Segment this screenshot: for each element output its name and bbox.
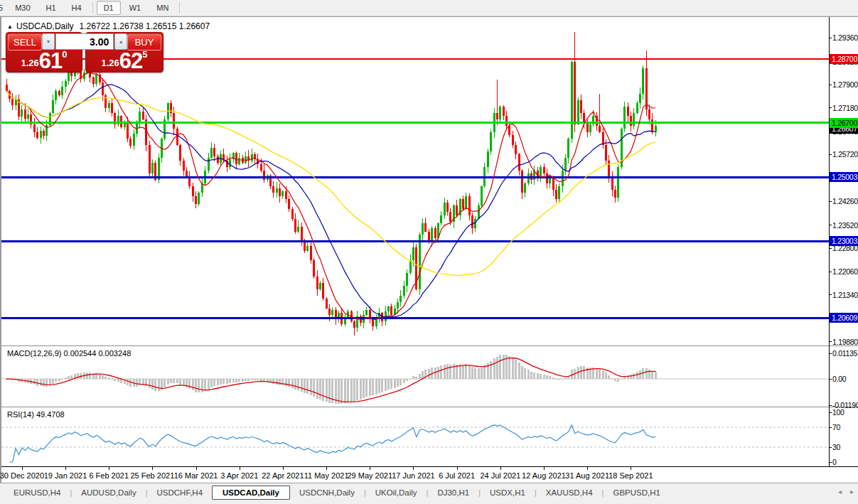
price-axis-label: 1.22060 [832,267,858,276]
rsi-axis-label: 30 [832,443,858,451]
date-tick [109,467,109,470]
rsi-tick [829,412,832,413]
sell-price-sup: 0 [62,49,67,60]
price-tick [829,201,832,202]
price-tick [829,248,832,249]
tab-gbpusd-h1[interactable]: GBPUSD,H1 [604,486,669,499]
tab-scroll-right-icon[interactable]: ▸ [850,486,854,498]
buy-price[interactable]: 1.26625 [86,48,163,71]
collapse-triangle-icon[interactable]: ▲ [7,23,13,30]
moving-average-line-20 [6,85,655,317]
price-axis-label: 1.25720 [832,150,858,159]
level-price-label: 1.20609 [830,313,858,323]
tab-audusd-daily[interactable]: AUDUSD,Daily [72,486,145,499]
date-label: 24 Jul 2021 [480,471,520,480]
date-tick [152,467,153,470]
timeframe-button-h4[interactable]: H4 [65,1,89,15]
tab-eurusd-h4[interactable]: EURUSD,H4 [4,486,70,499]
date-label: 6 Jul 2021 [439,471,475,480]
timeframe-button-m30[interactable]: M30 [8,1,37,15]
date-tick [370,467,370,470]
tab-scroll-controls: ◂ ▸ [838,486,854,498]
macd-tick [829,353,832,354]
date-label: 30 Dec 2020 [0,471,44,480]
moving-average-line-8 [6,73,655,320]
sell-price[interactable]: 1.26610 [6,48,82,71]
level-price-label: 1.28700 [830,54,858,64]
date-tick [500,467,501,470]
date-axis: 30 Dec 202019 Jan 20216 Feb 202125 Feb 2… [1,466,858,483]
timeframe-toolbar: 5M30H1H4D1W1MN [0,0,858,16]
price-axis-label: 1.23520 [832,221,858,230]
tab-scroll-left-icon[interactable]: ◂ [838,486,842,498]
date-tick [413,467,414,470]
price-tick [829,294,832,295]
symbol-period-label: USDCAD,Daily [16,21,74,31]
moving-average-line-55 [6,91,655,276]
rsi-axis-label: 100 [832,408,858,417]
date-tick [587,467,588,470]
macd-tick [829,379,832,380]
candles-layer [6,32,657,336]
timeframe-button-d1[interactable]: D1 [97,1,121,15]
date-label: 19 Jan 2021 [44,471,87,480]
tab-usdx-h1[interactable]: USDX,H1 [481,486,535,499]
macd-axis-label: 0.01135 [832,349,858,358]
price-tick [829,272,832,272]
tab-ukoil-daily[interactable]: UKOil,Daily [366,486,427,499]
chart-tab-bar: EURUSD,H4|AUDUSD,Daily|USDCHF,H4USDCAD,D… [0,483,858,504]
date-label: 11 May 2021 [304,471,349,480]
date-tick [326,467,327,470]
date-label: 31 Aug 2021 [565,471,609,480]
tab-usdcnh-daily[interactable]: USDCNH,Daily [290,486,364,499]
price-axis-label: 1.19880 [832,338,858,346]
tab-usdchf-h4[interactable]: USDCHF,H4 [148,486,213,499]
level-price-label: 1.26700 [830,118,858,128]
price-tick [829,154,832,155]
rsi-tick [829,447,832,448]
price-axis-label: 1.27180 [832,104,858,112]
date-tick [22,467,23,470]
rsi-tick [829,462,832,463]
tab-xauusd-h4[interactable]: XAUUSD,H4 [537,486,602,499]
date-tick [631,467,631,470]
date-label: 25 Feb 2021 [130,471,174,480]
rsi-chart [1,408,829,466]
macd-indicator-pane[interactable]: MACD(12,26,9) 0.002544 0.003248 [1,347,829,407]
buy-price-sup: 5 [142,49,147,60]
sell-price-prefix: 1.26 [21,58,38,71]
date-tick [283,467,284,470]
timeframe-button-5[interactable]: 5 [0,1,6,15]
one-click-trading-panel: SELL 1.26610 BUY 1.26625 ▼ 3.00 ▲ [6,32,163,73]
date-tick [544,467,545,470]
timeframe-button-h1[interactable]: H1 [39,1,63,15]
price-tick [829,38,832,38]
date-label: 6 Feb 2021 [89,471,129,480]
price-tick [829,341,832,342]
date-tick [240,467,240,470]
volume-input[interactable]: 3.00 [55,33,114,50]
volume-increase-icon[interactable]: ▲ [114,33,127,50]
date-label: 12 Aug 2021 [522,471,566,480]
tab-dj30-h1[interactable]: DJ30,H1 [428,486,478,499]
tab-usdcad-daily[interactable]: USDCAD,Daily [212,486,290,500]
price-axis-label: 1.29360 [832,33,858,42]
price-tick [829,225,832,225]
rsi-tick [829,427,832,428]
rsi-axis-label: 0 [832,458,858,466]
rsi-axis-label: 70 [832,423,858,431]
chart-tabs: EURUSD,H4|AUDUSD,Daily|USDCHF,H4USDCAD,D… [4,485,670,500]
timeframe-button-mn[interactable]: MN [149,1,176,15]
price-chart-pane[interactable]: ▲USDCAD,Daily1.26722 1.26738 1.26515 1.2… [1,17,829,345]
sell-price-big: 61 [39,50,62,71]
macd-axis-label: 0.00 [832,375,858,383]
date-label: 16 Mar 2021 [174,471,218,480]
buy-price-big: 62 [119,50,142,71]
volume-decrease-icon[interactable]: ▼ [42,33,55,50]
price-axis-label: 1.24260 [832,197,858,205]
date-tick [196,467,197,470]
price-axis-label: 1.21340 [832,291,858,299]
rsi-indicator-pane[interactable]: RSI(14) 49.4708 [1,408,829,466]
timeframe-button-w1[interactable]: W1 [122,1,149,15]
date-label: 3 Apr 2021 [220,471,258,480]
